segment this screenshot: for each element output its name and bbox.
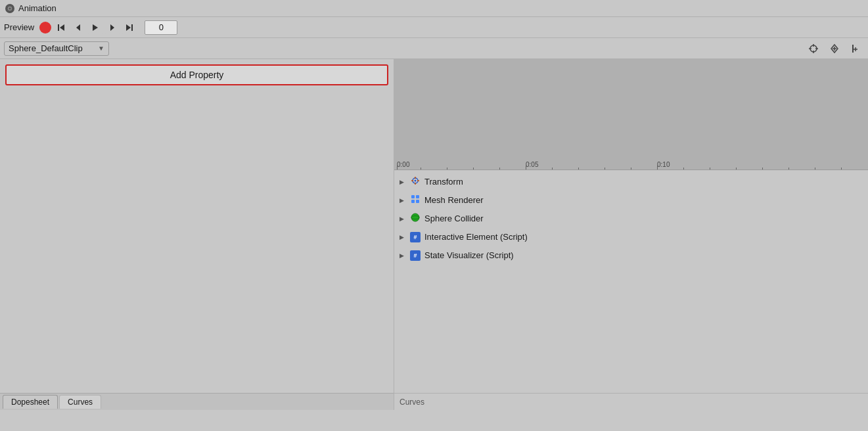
add-property-button[interactable]: Add Property [5, 64, 388, 85]
ruler-mark-10: 0:10 [657, 161, 670, 168]
svg-marker-5 [93, 24, 98, 31]
property-item-interactive-element[interactable]: ▶ # Interactive Element (Script) [394, 228, 868, 246]
svg-rect-26 [411, 195, 415, 198]
property-name-interactive-element: Interactive Element (Script) [424, 232, 528, 242]
toolbar-row2: Sphere_DefaultClip ▼ [0, 38, 868, 59]
play-button[interactable] [88, 22, 103, 34]
split-layout: Add Property Dopesheet Curves 0:00 0:05 … [0, 59, 868, 410]
clip-selector[interactable]: Sphere_DefaultClip ▼ [4, 41, 109, 56]
mesh-renderer-icon [410, 194, 421, 206]
timeline-footer: Curves [394, 393, 868, 410]
property-name-transform: Transform [424, 177, 463, 187]
transform-icon [410, 175, 421, 188]
main-area: Add Property Dopesheet Curves 0:00 0:05 … [0, 59, 868, 410]
add-event-button[interactable] [847, 40, 864, 57]
title-bar: Animation [0, 0, 868, 17]
tab-curves[interactable]: Curves [59, 395, 101, 409]
svg-marker-8 [126, 24, 131, 31]
window-title: Animation [18, 3, 57, 13]
dropdown-arrow-icon: ▼ [98, 45, 104, 52]
window-icon [5, 4, 14, 13]
ruler-mark-0: 0:00 [397, 161, 409, 168]
svg-rect-28 [411, 200, 415, 203]
svg-marker-6 [110, 24, 114, 31]
property-name-state-visualizer: State Visualizer (Script) [424, 250, 514, 260]
arrow-icon-interactive[interactable]: ▶ [400, 234, 406, 240]
svg-rect-2 [58, 24, 59, 31]
crosshair-button[interactable] [805, 40, 822, 57]
frame-input[interactable] [145, 20, 177, 35]
properties-pane: Add Property Dopesheet Curves [0, 59, 394, 410]
go-end-button[interactable] [122, 22, 137, 34]
go-start-button[interactable] [54, 22, 68, 34]
preview-label: Preview [4, 22, 34, 32]
timeline-body [394, 284, 868, 393]
record-button[interactable] [39, 22, 51, 34]
bottom-tabs: Dopesheet Curves [0, 393, 394, 410]
interactive-element-icon: # [410, 232, 421, 242]
sphere-collider-icon [410, 212, 421, 225]
property-item-sphere-collider[interactable]: ▶ Sphere Collider [394, 210, 868, 228]
svg-marker-3 [60, 24, 64, 31]
svg-rect-7 [131, 24, 133, 31]
add-keyframe-button[interactable] [826, 40, 843, 57]
property-name-sphere-collider: Sphere Collider [424, 214, 484, 223]
curves-label: Curves [400, 397, 424, 407]
arrow-icon-sphere[interactable]: ▶ [400, 216, 406, 222]
toolbar-row1: Preview [0, 17, 868, 38]
clip-name: Sphere_DefaultClip [9, 43, 95, 53]
svg-marker-4 [76, 24, 80, 31]
timeline-ruler: 0:00 0:05 0:10 [394, 59, 868, 170]
arrow-icon-transform[interactable]: ▶ [400, 179, 406, 185]
timeline-pane: 0:00 0:05 0:10 [394, 59, 868, 410]
property-item-state-visualizer[interactable]: ▶ # State Visualizer (Script) [394, 246, 868, 265]
ruler-mark-5: 0:05 [526, 161, 538, 168]
property-name-mesh-renderer: Mesh Renderer [424, 195, 484, 205]
svg-rect-27 [416, 195, 419, 198]
prev-frame-button[interactable] [71, 22, 85, 34]
next-frame-button[interactable] [105, 22, 120, 34]
svg-point-25 [415, 180, 417, 182]
state-visualizer-icon: # [410, 250, 421, 261]
property-item-transform[interactable]: ▶ Transform [394, 173, 868, 191]
arrow-icon-state[interactable]: ▶ [400, 252, 406, 259]
tab-dopesheet[interactable]: Dopesheet [3, 395, 58, 409]
arrow-icon-mesh[interactable]: ▶ [400, 197, 406, 204]
property-item-mesh-renderer[interactable]: ▶ Mesh Renderer [394, 191, 868, 210]
property-list: ▶ Transform [394, 170, 868, 284]
svg-point-1 [9, 7, 11, 9]
svg-rect-29 [416, 200, 419, 203]
